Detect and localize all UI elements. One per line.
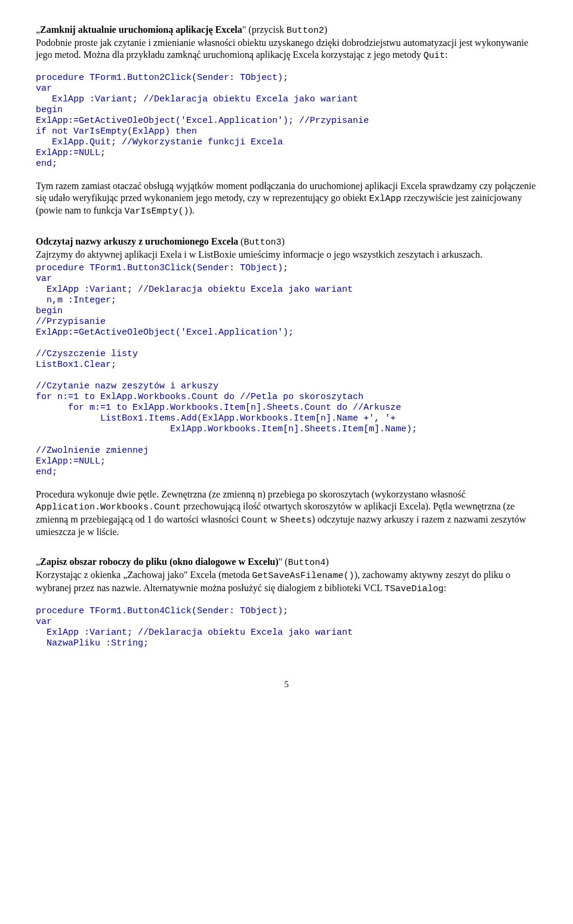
sec1-codeblock: procedure TForm1.Button2Click(Sender: TO…	[36, 73, 537, 169]
sec2-codeblock: procedure TForm1.Button3Click(Sender: TO…	[36, 263, 537, 478]
sec3-p1c: :	[443, 583, 446, 593]
sec1-end: )	[324, 24, 327, 35]
sec3-heading: „Zapisz obszar roboczy do pliku (okno di…	[36, 556, 537, 569]
sec2-p2-c3: Sheets	[279, 515, 312, 526]
sec2-btn-code: Button3	[244, 237, 281, 248]
sec1-title: Zamknij aktualnie uruchomioną aplikację …	[40, 24, 242, 35]
sec3-btn-code: Button4	[288, 558, 325, 568]
sec1-p1: Podobnie proste jak czytanie i zmieniani…	[36, 37, 537, 62]
sec2-heading: Odczytaj nazwy arkuszy z uruchomionego E…	[36, 236, 537, 249]
sec3-p1: Korzystając z okienka „Zachowaj jako" Ex…	[36, 569, 537, 595]
sec3-p1-c2: TSaveDialog	[384, 584, 443, 594]
sec1-p1-code: Quit	[424, 51, 445, 61]
sec3-p1a: Korzystając z okienka „Zachowaj jako" Ex…	[36, 570, 252, 580]
sec1-p2c: ).	[189, 205, 194, 215]
sec3-end: )	[325, 557, 328, 567]
sec2-post: (	[238, 236, 244, 246]
sec2-p2a: Procedura wykonuje dwie pętle. Zewnętrzn…	[36, 489, 466, 499]
sec1-heading: „Zamknij aktualnie uruchomioną aplikację…	[36, 24, 537, 37]
sec1-p1-end: :	[445, 50, 448, 60]
sec1-p2-c1: ExlApp	[369, 194, 401, 204]
sec2-p2: Procedura wykonuje dwie pętle. Zewnętrzn…	[36, 489, 537, 539]
sec3-p1-c1: GetSaveAsFilename()	[252, 571, 354, 581]
sec1-post: " (przycisk	[242, 24, 286, 35]
sec3-post: " (	[279, 557, 288, 567]
sec2-p2c: w	[268, 514, 280, 524]
sec2-end: )	[281, 236, 284, 246]
sec3-codeblock: procedure TForm1.Button4Click(Sender: TO…	[36, 606, 537, 649]
sec2-p2-c1: Application.Workbooks.Count	[36, 502, 181, 512]
page-number: 5	[36, 679, 537, 690]
sec1-p2: Tym razem zamiast otaczać obsługą wyjątk…	[36, 180, 537, 218]
sec2-p1: Zajrzymy do aktywnej aplikacji Exela i w…	[36, 249, 537, 261]
sec1-btn-code: Button2	[286, 26, 324, 36]
sec1-p1-text: Podobnie proste jak czytanie i zmieniani…	[36, 38, 528, 60]
sec3-title: Zapisz obszar roboczy do pliku (okno dia…	[40, 557, 278, 567]
sec2-p2-c2: Count	[241, 515, 268, 526]
sec1-p2-c2: VarIsEmpty()	[124, 206, 189, 217]
sec2-title: Odczytaj nazwy arkuszy z uruchomionego E…	[36, 236, 238, 246]
